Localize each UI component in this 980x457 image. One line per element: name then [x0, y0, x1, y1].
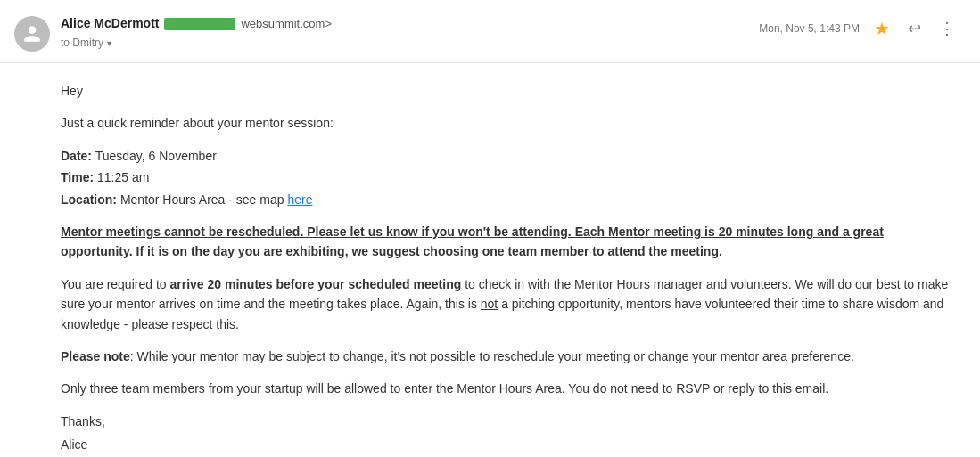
warning-text: Mentor meetings cannot be rescheduled. P…	[61, 222, 959, 262]
arrive-underline: not	[481, 297, 498, 311]
location-label: Location:	[61, 192, 117, 207]
sender-row: Alice McDermott websummit.com>	[61, 14, 332, 33]
location-value: Mentor Hours Area - see map	[120, 192, 288, 207]
header-right: Mon, Nov 5, 1:43 PM ★ ↩ ⋮	[759, 14, 959, 43]
reply-button[interactable]: ↩	[904, 15, 925, 42]
email-container: Alice McDermott websummit.com> to Dmitry…	[0, 0, 980, 457]
greeting: Hey	[61, 81, 959, 101]
header-left: Alice McDermott websummit.com> to Dmitry…	[14, 14, 332, 52]
date-line: Date: Tuesday, 6 November	[61, 146, 959, 166]
arrive-text-1: You are required to	[61, 277, 169, 291]
sender-email-domain: websummit.com>	[241, 15, 332, 33]
to-label: to Dmitry	[61, 35, 103, 51]
date-value: Tuesday, 6 November	[95, 149, 217, 163]
date-label: Date:	[61, 149, 92, 163]
time-value: 11:25 am	[97, 170, 149, 184]
intro: Just a quick reminder about your mentor …	[61, 113, 959, 133]
recipient-row: to Dmitry ▾	[61, 35, 332, 51]
avatar	[14, 16, 50, 52]
map-link[interactable]: here	[287, 192, 312, 207]
sender-email-badge	[164, 18, 235, 30]
note-text: : While your mentor may be subject to ch…	[130, 349, 854, 363]
time-line: Time: 11:25 am	[61, 167, 959, 187]
sender-name: Alice McDermott	[61, 14, 159, 33]
star-button[interactable]: ★	[870, 14, 894, 43]
chevron-down-icon[interactable]: ▾	[107, 37, 111, 50]
time-label: Time:	[61, 170, 94, 184]
arrive-paragraph: You are required to arrive 20 minutes be…	[61, 274, 959, 334]
note-paragraph: Please note: While your mentor may be su…	[61, 347, 959, 366]
email-header: Alice McDermott websummit.com> to Dmitry…	[0, 0, 980, 63]
only-paragraph: Only three team members from your startu…	[61, 379, 959, 398]
thanks-line: Thanks,	[61, 412, 959, 431]
arrive-bold: arrive 20 minutes before your scheduled …	[169, 277, 461, 291]
email-body: Hey Just a quick reminder about your men…	[0, 63, 980, 457]
note-bold: Please note	[61, 349, 130, 363]
location-line: Location: Mentor Hours Area - see map he…	[61, 190, 959, 209]
email-date: Mon, Nov 5, 1:43 PM	[759, 20, 860, 37]
sign-line: Alice	[61, 435, 959, 454]
sender-info: Alice McDermott websummit.com> to Dmitry…	[61, 14, 332, 51]
more-button[interactable]: ⋮	[935, 15, 959, 42]
detail-group: Date: Tuesday, 6 November Time: 11:25 am…	[61, 146, 959, 209]
